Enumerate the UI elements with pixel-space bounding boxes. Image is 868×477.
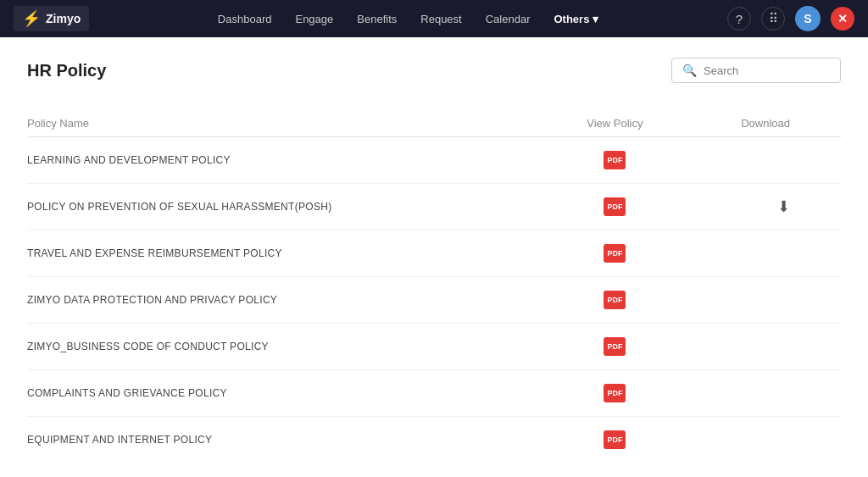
policy-name-cell: ZIMYO_BUSINESS CODE OF CONDUCT POLICY [27, 324, 565, 370]
chevron-down-icon: ▾ [593, 13, 598, 25]
view-policy-cell[interactable]: PDF [565, 324, 665, 370]
avatar[interactable]: S [795, 6, 821, 31]
pdf-icon[interactable]: PDF [604, 197, 626, 216]
download-cell [665, 324, 841, 370]
view-policy-cell[interactable]: PDF [565, 230, 665, 277]
download-icon[interactable]: ⬇ [777, 198, 790, 215]
table-row: POLICY ON PREVENTION OF SEXUAL HARASSMEN… [27, 184, 841, 230]
download-cell [665, 417, 841, 463]
col-download: Download [665, 110, 841, 137]
table-row: ZIMYO_BUSINESS CODE OF CONDUCT POLICYPDF [27, 324, 841, 370]
download-cell[interactable]: ⬇ [665, 184, 841, 230]
logo[interactable]: ⚡ Zimyo [14, 6, 89, 31]
policy-name-cell: POLICY ON PREVENTION OF SEXUAL HARASSMEN… [27, 184, 565, 230]
help-button[interactable]: ? [727, 7, 751, 31]
table-row: COMPLAINTS AND GRIEVANCE POLICYPDF [27, 370, 841, 417]
table-header-row: Policy Name View Policy Download [27, 110, 841, 137]
search-box[interactable]: 🔍 [671, 58, 841, 83]
search-icon: 🔍 [682, 64, 697, 77]
policy-name-cell: ZIMYO DATA PROTECTION AND PRIVACY POLICY [27, 277, 565, 324]
policy-name-cell: LEARNING AND DEVELOPMENT POLICY [27, 137, 565, 184]
close-button[interactable]: ✕ [831, 7, 854, 31]
logo-icon: ⚡ [22, 9, 41, 28]
pdf-icon[interactable]: PDF [604, 337, 626, 356]
view-policy-cell[interactable]: PDF [565, 417, 665, 463]
pdf-icon[interactable]: PDF [604, 430, 626, 449]
nav-right: ? ⠿ S ✕ [727, 6, 854, 31]
pdf-icon[interactable]: PDF [604, 244, 626, 263]
download-cell [665, 370, 841, 417]
logo-text: Zimyo [46, 12, 81, 25]
pdf-icon[interactable]: PDF [604, 291, 626, 309]
nav-calendar[interactable]: Calendar [486, 13, 531, 25]
view-policy-cell[interactable]: PDF [565, 137, 665, 184]
col-view-policy: View Policy [565, 110, 665, 137]
table-row: LEARNING AND DEVELOPMENT POLICYPDF [27, 137, 841, 184]
download-cell [665, 230, 841, 277]
grid-button[interactable]: ⠿ [761, 7, 785, 31]
download-cell [665, 277, 841, 324]
view-policy-cell[interactable]: PDF [565, 370, 665, 417]
search-input[interactable] [704, 64, 830, 77]
view-policy-cell[interactable]: PDF [565, 184, 665, 230]
nav-dashboard[interactable]: Dashboard [218, 13, 272, 25]
pdf-icon[interactable]: PDF [604, 384, 626, 402]
nav-benefits[interactable]: Benefits [357, 13, 397, 25]
main-content: HR Policy 🔍 Policy Name View Policy Down… [0, 37, 868, 477]
page-header: HR Policy 🔍 [27, 58, 841, 83]
nav-others[interactable]: Others ▾ [554, 13, 598, 25]
policy-name-cell: EQUIPMENT AND INTERNET POLICY [27, 417, 565, 463]
pdf-icon[interactable]: PDF [604, 151, 626, 169]
policy-name-cell: TRAVEL AND EXPENSE REIMBURSEMENT POLICY [27, 230, 565, 277]
navbar: ⚡ Zimyo Dashboard Engage Benefits Reques… [0, 0, 868, 37]
view-policy-cell[interactable]: PDF [565, 277, 665, 324]
policy-name-cell: COMPLAINTS AND GRIEVANCE POLICY [27, 370, 565, 417]
policy-table: Policy Name View Policy Download LEARNIN… [27, 110, 841, 463]
table-row: EQUIPMENT AND INTERNET POLICYPDF [27, 417, 841, 463]
page-title: HR Policy [27, 61, 106, 80]
table-row: TRAVEL AND EXPENSE REIMBURSEMENT POLICYP… [27, 230, 841, 277]
col-policy-name: Policy Name [27, 110, 565, 137]
nav-engage[interactable]: Engage [295, 13, 333, 25]
download-cell [665, 137, 841, 184]
nav-request[interactable]: Request [420, 13, 461, 25]
table-row: ZIMYO DATA PROTECTION AND PRIVACY POLICY… [27, 277, 841, 324]
nav-links: Dashboard Engage Benefits Request Calend… [109, 13, 707, 25]
